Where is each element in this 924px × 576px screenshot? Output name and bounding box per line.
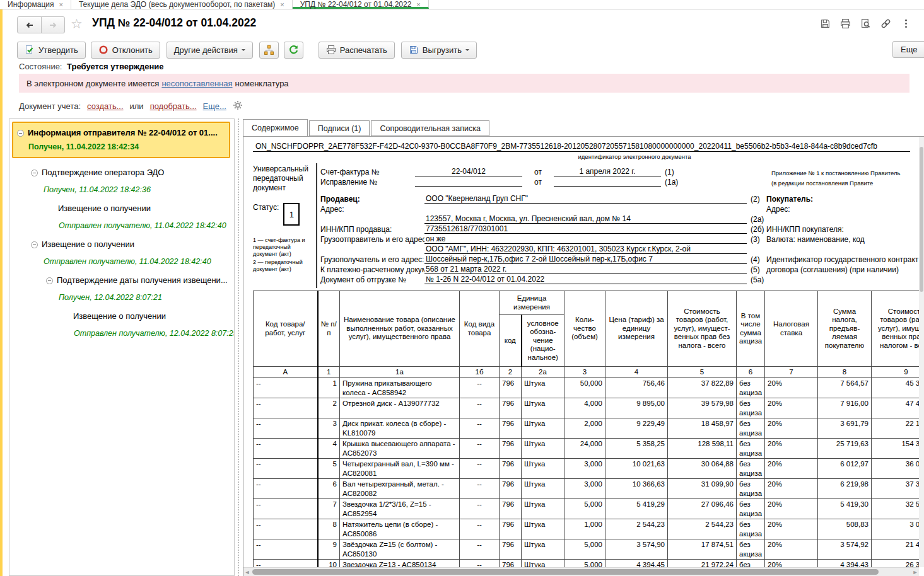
tree-item[interactable]: Информация отправителя № 22-04/012 от 01… [12,122,230,158]
field-value [554,177,661,187]
tree-item[interactable]: Извещение о полученииОтправлен получател… [61,308,231,343]
create-link[interactable]: создать... [87,101,124,111]
tree-item-status: Отправлен получателю, 12.04.2022 8:07:25 [74,325,231,343]
upd-table-wrap: Код товара/ работ, услуг№ п/пНаименовани… [253,291,924,576]
table-code-cell: 1 [318,367,340,378]
export-label: Выгрузить [423,45,462,55]
reject-icon [98,45,108,55]
favorite-star-icon[interactable]: ☆ [71,16,83,32]
table-code-cell: 1б [460,367,500,378]
tree-item-status: Получен, 12.04.2022 8:07:21 [59,289,231,307]
form-title-block: Универсальный передаточный документ Стат… [253,164,313,274]
table-cell: -- [460,499,500,519]
print-icon[interactable] [839,18,851,29]
field-ref: (1а) [661,178,682,187]
table-cell: -- [460,539,500,560]
pick-link[interactable]: подобрать... [150,101,197,111]
invoice-row: Адрес:Адрес: [320,204,768,214]
hierarchy-button[interactable] [259,42,279,59]
export-button[interactable]: Выгрузить [401,42,477,59]
horizontal-scrollbar[interactable]: ◄ ► [243,567,919,576]
window-tab[interactable]: Информация× [0,0,71,9]
tree-item-label: Информация отправителя № 22-04/012 от 01… [28,126,218,140]
content-tab[interactable]: Содержимое [243,119,308,136]
more-button[interactable]: Еще [892,41,924,58]
print-label: Распечатать [340,45,387,55]
unmatched-nomenclature-link[interactable]: несопоставленная [161,79,232,88]
save-icon[interactable] [819,18,831,29]
approve-doc-icon [25,45,35,55]
hierarchy-icon [264,45,274,55]
collapse-icon[interactable] [46,277,53,284]
tab-close-icon[interactable]: × [416,0,420,9]
content-tab[interactable]: Подписи (1) [309,120,370,136]
tree-item-title: Извещение о получении [61,308,231,325]
tree-item[interactable]: Извещение о полученииОтправлен получател… [31,236,231,271]
field-value: 568 от 21 марта 2022 г. [424,265,747,274]
panel-splitter[interactable] [238,118,239,576]
tree-item-status: Отправлен получателю, 11.04.2022 18:42:4… [44,253,231,271]
table-header-cell: Единица измерения [500,291,564,315]
table-header-cell: Сумма налога, предъяв- ляемая покупателю [818,291,872,367]
table-cell: без акциза [737,418,765,439]
table-header-cell: № п/п [318,291,340,367]
tree-item-title: Извещение о получении [31,236,231,253]
table-cell: без акциза [737,539,765,560]
header-divider [316,163,317,288]
table-cell: 3 691,79 [818,418,872,439]
horizontal-scrollbar-thumb[interactable] [252,569,879,575]
other-actions-button[interactable]: Другие действия [167,42,253,59]
warning-suffix: номенклатура [235,79,289,88]
state-line: Состояние: Требуется утверждение [19,62,164,71]
tree-item[interactable]: Подтверждение оператора ЭДОПолучен, 11.0… [31,164,231,199]
field-ref: (5а) [747,275,768,284]
tree-item[interactable]: Извещение о полученииОтправлен получател… [46,200,231,235]
print-button[interactable]: Распечатать [319,42,395,59]
table-cell: -- [254,519,318,539]
form-status-notes: 1 — счет-фактура и передаточный документ… [253,237,313,273]
invoice-row: ИНН/КПП продавца:7735512618/770301001(2б… [320,224,768,234]
table-cell: 5 419,30 [818,499,872,519]
table-cell: 3 053,06 [872,519,924,539]
field-value: 7735512618/770301001 [424,224,747,234]
upd-table: Код товара/ работ, услуг№ п/пНаименовани… [253,291,924,576]
forward-button[interactable] [41,17,64,33]
title-row: ☆ УПД № 22-04/012 от 01.04.2022 [3,9,924,39]
table-cell: -- [460,418,500,439]
back-button[interactable] [18,17,41,33]
tab-close-icon[interactable]: × [280,0,284,9]
window-tab[interactable]: УПД № 22-04/012 от 01.04.2022× [293,0,429,9]
window-tab[interactable]: Текущие дела ЭДО (весь документооборот, … [71,0,293,9]
vertical-scrollbar-thumb[interactable] [920,147,923,292]
tree-item[interactable]: Подтверждение даты получения извещени...… [46,272,231,307]
vertical-scrollbar[interactable] [919,137,924,567]
refresh-button[interactable] [284,42,303,59]
table-cell: 796 [500,459,522,479]
collapse-icon[interactable] [17,130,24,137]
more-dots-icon[interactable] [900,18,911,29]
right-label: Приложение № 1 к постановлению Правитель [766,170,924,176]
tab-close-icon[interactable]: × [59,0,62,9]
preview-icon[interactable] [860,18,871,29]
content-tab[interactable]: Сопроводительная записка [371,120,489,136]
table-cell: Штука [522,439,564,459]
scroll-right-icon[interactable]: ► [911,568,919,576]
table-cell: 6 219,98 [818,479,872,499]
collapse-icon[interactable] [31,170,38,176]
scroll-left-icon[interactable]: ◄ [243,568,251,576]
table-cell: Диск прикат. колеса (в сборе) - KL810079 [340,418,460,439]
approve-button[interactable]: Утвердить [17,42,86,59]
field-label: Адрес: [320,205,424,214]
collapse-icon[interactable] [31,241,38,248]
table-header-cell: условное обозна- чение (нацио- нальное) [522,315,564,367]
table-cell: Натяжитель цепи (в сборе) - AC850086 [340,519,460,539]
table-cell: 37 319,88 [872,479,924,499]
forward-arrow-icon [48,20,58,30]
gear-icon[interactable] [233,100,243,112]
table-cell: без акциза [737,439,765,459]
table-row: --7Звездочка 1/2*3/16, Z=15 - AC852954--… [254,499,924,519]
link-icon[interactable] [880,18,891,29]
reject-button[interactable]: Отклонить [91,42,160,59]
more-link[interactable]: Еще... [203,101,226,111]
table-cell: 32 515,76 [872,499,924,519]
